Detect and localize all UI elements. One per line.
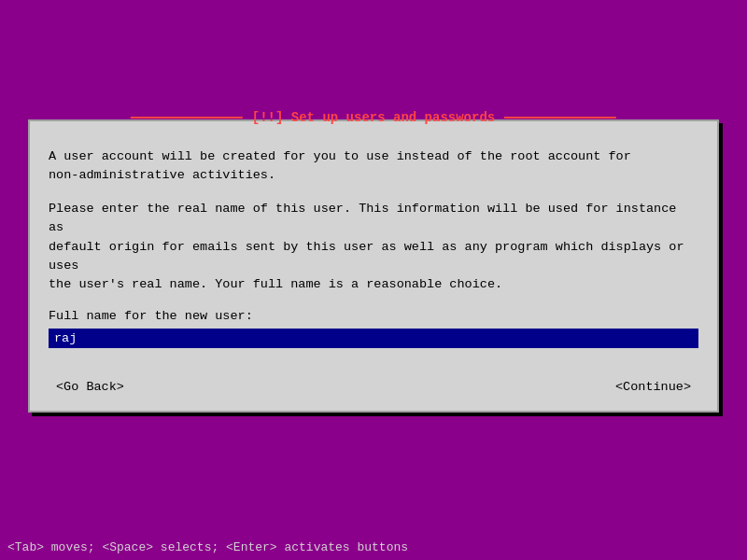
description-2: Please enter the real name of this user.… xyxy=(49,200,698,294)
dialog-box: [!!] Set up users and passwords A user a… xyxy=(28,119,719,413)
status-bar-text: <Tab> moves; <Space> selects; <Enter> ac… xyxy=(7,540,408,554)
go-back-button[interactable]: <Go Back> xyxy=(49,378,132,396)
description-1: A user account will be created for you t… xyxy=(49,147,698,186)
continue-button[interactable]: <Continue> xyxy=(608,378,698,396)
title-line-left xyxy=(131,117,243,119)
button-row: <Go Back> <Continue> xyxy=(30,363,717,411)
full-name-input[interactable] xyxy=(49,329,698,348)
dialog-content: A user account will be created for you t… xyxy=(30,121,717,364)
title-line-right xyxy=(504,117,616,119)
status-bar: <Tab> moves; <Space> selects; <Enter> ac… xyxy=(0,534,747,560)
input-label: Full name for the new user: xyxy=(49,309,698,323)
dialog-title-bar: [!!] Set up users and passwords xyxy=(131,110,616,125)
dialog-title: [!!] Set up users and passwords xyxy=(247,110,500,125)
